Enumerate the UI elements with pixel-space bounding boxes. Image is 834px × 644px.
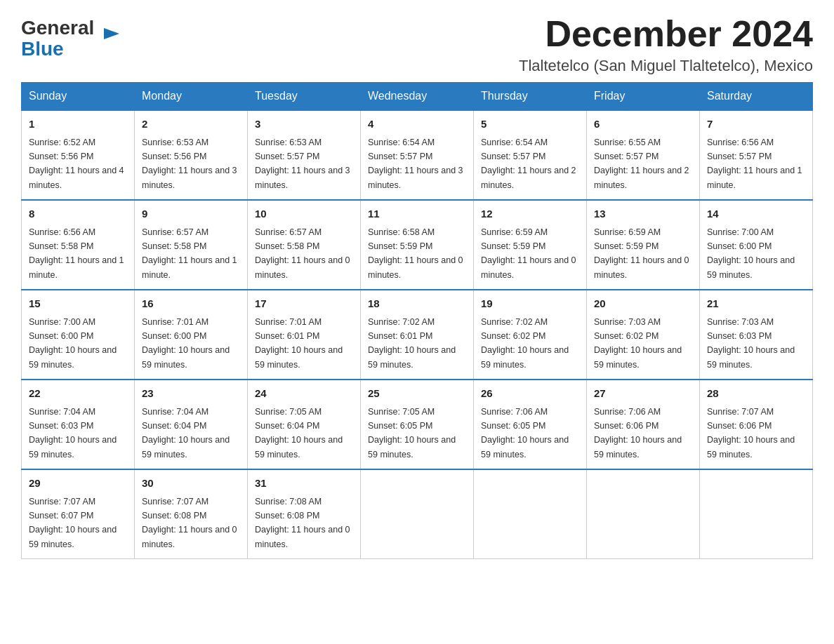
day-info: Sunrise: 7:05 AMSunset: 6:05 PMDaylight:… (368, 407, 456, 459)
day-info: Sunrise: 6:55 AMSunset: 5:57 PMDaylight:… (594, 137, 689, 190)
day-info: Sunrise: 6:59 AMSunset: 5:59 PMDaylight:… (594, 227, 689, 280)
table-row: 4 Sunrise: 6:54 AMSunset: 5:57 PMDayligh… (361, 110, 474, 200)
day-number: 31 (255, 476, 353, 492)
day-info: Sunrise: 7:03 AMSunset: 6:03 PMDaylight:… (707, 317, 795, 370)
day-info: Sunrise: 7:06 AMSunset: 6:05 PMDaylight:… (481, 407, 569, 459)
table-row (361, 469, 474, 559)
day-number: 6 (594, 116, 692, 133)
table-row: 8 Sunrise: 6:56 AMSunset: 5:58 PMDayligh… (22, 200, 135, 290)
calendar-week-row: 8 Sunrise: 6:56 AMSunset: 5:58 PMDayligh… (22, 200, 813, 290)
day-number: 11 (368, 206, 466, 222)
table-row: 18 Sunrise: 7:02 AMSunset: 6:01 PMDaylig… (361, 290, 474, 380)
day-number: 5 (481, 116, 579, 133)
table-row: 14 Sunrise: 7:00 AMSunset: 6:00 PMDaylig… (700, 200, 813, 290)
day-number: 20 (594, 296, 692, 312)
col-header-sunday: Sunday (22, 83, 135, 111)
day-info: Sunrise: 7:02 AMSunset: 6:01 PMDaylight:… (368, 317, 456, 370)
table-row: 27 Sunrise: 7:06 AMSunset: 6:06 PMDaylig… (587, 380, 700, 469)
day-number: 24 (255, 386, 353, 402)
day-info: Sunrise: 7:04 AMSunset: 6:04 PMDaylight:… (142, 407, 230, 459)
day-number: 28 (707, 386, 805, 402)
day-number: 8 (29, 206, 127, 222)
table-row: 21 Sunrise: 7:03 AMSunset: 6:03 PMDaylig… (700, 290, 813, 380)
day-info: Sunrise: 7:00 AMSunset: 6:00 PMDaylight:… (29, 317, 117, 370)
calendar-header-row: Sunday Monday Tuesday Wednesday Thursday… (22, 83, 813, 111)
day-info: Sunrise: 7:03 AMSunset: 6:02 PMDaylight:… (594, 317, 682, 370)
table-row: 26 Sunrise: 7:06 AMSunset: 6:05 PMDaylig… (474, 380, 587, 469)
location-title: Tlaltetelco (San Miguel Tlaltetelco), Me… (519, 57, 813, 75)
day-number: 17 (255, 296, 353, 312)
day-info: Sunrise: 6:52 AMSunset: 5:56 PMDaylight:… (29, 137, 124, 190)
day-info: Sunrise: 6:54 AMSunset: 5:57 PMDaylight:… (368, 137, 463, 190)
day-number: 14 (707, 206, 805, 222)
day-number: 30 (142, 476, 240, 492)
day-info: Sunrise: 7:01 AMSunset: 6:01 PMDaylight:… (255, 317, 343, 370)
table-row: 23 Sunrise: 7:04 AMSunset: 6:04 PMDaylig… (135, 380, 248, 469)
title-area: December 2024 Tlaltetelco (San Miguel Tl… (519, 14, 813, 75)
day-number: 13 (594, 206, 692, 222)
calendar-week-row: 29 Sunrise: 7:07 AMSunset: 6:07 PMDaylig… (22, 469, 813, 559)
day-info: Sunrise: 6:53 AMSunset: 5:57 PMDaylight:… (255, 137, 350, 190)
table-row: 17 Sunrise: 7:01 AMSunset: 6:01 PMDaylig… (248, 290, 361, 380)
day-info: Sunrise: 7:01 AMSunset: 6:00 PMDaylight:… (142, 317, 230, 370)
day-number: 22 (29, 386, 127, 402)
table-row (587, 469, 700, 559)
day-number: 25 (368, 386, 466, 402)
page-header: General Blue December 2024 Tlaltetelco (… (21, 14, 813, 75)
day-number: 27 (594, 386, 692, 402)
table-row: 29 Sunrise: 7:07 AMSunset: 6:07 PMDaylig… (22, 469, 135, 559)
day-info: Sunrise: 7:05 AMSunset: 6:04 PMDaylight:… (255, 407, 343, 459)
day-number: 16 (142, 296, 240, 312)
table-row: 5 Sunrise: 6:54 AMSunset: 5:57 PMDayligh… (474, 110, 587, 200)
col-header-wednesday: Wednesday (361, 83, 474, 111)
day-number: 7 (707, 116, 805, 133)
day-number: 2 (142, 116, 240, 133)
table-row: 2 Sunrise: 6:53 AMSunset: 5:56 PMDayligh… (135, 110, 248, 200)
day-info: Sunrise: 7:02 AMSunset: 6:02 PMDaylight:… (481, 317, 569, 370)
day-number: 21 (707, 296, 805, 312)
day-info: Sunrise: 6:57 AMSunset: 5:58 PMDaylight:… (142, 227, 237, 280)
svg-marker-0 (104, 28, 119, 39)
day-info: Sunrise: 6:54 AMSunset: 5:57 PMDaylight:… (481, 137, 576, 190)
day-info: Sunrise: 6:58 AMSunset: 5:59 PMDaylight:… (368, 227, 463, 280)
table-row: 12 Sunrise: 6:59 AMSunset: 5:59 PMDaylig… (474, 200, 587, 290)
calendar-week-row: 15 Sunrise: 7:00 AMSunset: 6:00 PMDaylig… (22, 290, 813, 380)
day-number: 29 (29, 476, 127, 492)
day-info: Sunrise: 6:57 AMSunset: 5:58 PMDaylight:… (255, 227, 350, 280)
logo-text-general: General (21, 18, 94, 38)
table-row: 31 Sunrise: 7:08 AMSunset: 6:08 PMDaylig… (248, 469, 361, 559)
day-number: 9 (142, 206, 240, 222)
table-row: 13 Sunrise: 6:59 AMSunset: 5:59 PMDaylig… (587, 200, 700, 290)
day-number: 15 (29, 296, 127, 312)
calendar-week-row: 22 Sunrise: 7:04 AMSunset: 6:03 PMDaylig… (22, 380, 813, 469)
table-row (700, 469, 813, 559)
table-row: 7 Sunrise: 6:56 AMSunset: 5:57 PMDayligh… (700, 110, 813, 200)
table-row: 28 Sunrise: 7:07 AMSunset: 6:06 PMDaylig… (700, 380, 813, 469)
day-info: Sunrise: 7:07 AMSunset: 6:06 PMDaylight:… (707, 407, 795, 459)
table-row: 24 Sunrise: 7:05 AMSunset: 6:04 PMDaylig… (248, 380, 361, 469)
table-row: 15 Sunrise: 7:00 AMSunset: 6:00 PMDaylig… (22, 290, 135, 380)
day-info: Sunrise: 7:04 AMSunset: 6:03 PMDaylight:… (29, 407, 117, 459)
day-info: Sunrise: 6:56 AMSunset: 5:57 PMDaylight:… (707, 137, 802, 190)
day-number: 10 (255, 206, 353, 222)
col-header-tuesday: Tuesday (248, 83, 361, 111)
calendar-table: Sunday Monday Tuesday Wednesday Thursday… (21, 82, 813, 559)
day-info: Sunrise: 6:56 AMSunset: 5:58 PMDaylight:… (29, 227, 124, 280)
col-header-saturday: Saturday (700, 83, 813, 111)
day-number: 26 (481, 386, 579, 402)
day-info: Sunrise: 7:07 AMSunset: 6:07 PMDaylight:… (29, 497, 117, 549)
table-row: 11 Sunrise: 6:58 AMSunset: 5:59 PMDaylig… (361, 200, 474, 290)
day-info: Sunrise: 7:07 AMSunset: 6:08 PMDaylight:… (142, 497, 237, 549)
table-row (474, 469, 587, 559)
day-number: 23 (142, 386, 240, 402)
table-row: 16 Sunrise: 7:01 AMSunset: 6:00 PMDaylig… (135, 290, 248, 380)
day-info: Sunrise: 7:06 AMSunset: 6:06 PMDaylight:… (594, 407, 682, 459)
day-number: 12 (481, 206, 579, 222)
table-row: 1 Sunrise: 6:52 AMSunset: 5:56 PMDayligh… (22, 110, 135, 200)
col-header-thursday: Thursday (474, 83, 587, 111)
logo: General Blue (21, 14, 107, 60)
day-number: 19 (481, 296, 579, 312)
month-title: December 2024 (519, 14, 813, 54)
table-row: 9 Sunrise: 6:57 AMSunset: 5:58 PMDayligh… (135, 200, 248, 290)
day-info: Sunrise: 7:08 AMSunset: 6:08 PMDaylight:… (255, 497, 350, 549)
